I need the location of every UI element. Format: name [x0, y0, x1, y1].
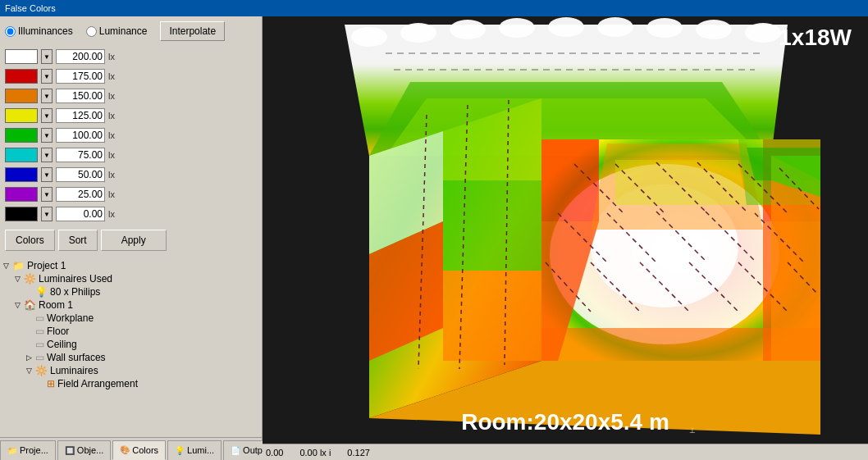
color-dropdown-8[interactable]: ▼: [41, 207, 53, 221]
svg-point-3: [351, 27, 387, 47]
color-dropdown-7[interactable]: ▼: [41, 187, 53, 202]
expand-luminaires2[interactable]: ▽: [26, 367, 34, 375]
tree-label-walls: Wall surfaces: [47, 352, 106, 363]
color-swatch-6[interactable]: [5, 167, 38, 182]
bottom-tabs: 📁 Proje... 🔲 Obje... 🎨 Colors 💡 Lumi... …: [0, 437, 262, 460]
tree-label-luminaires-used: Luminaires Used: [39, 273, 112, 285]
color-value-8[interactable]: [56, 207, 105, 221]
luminance-label: Luminance: [99, 25, 148, 37]
tree-item-floor[interactable]: ▭ Floor: [26, 325, 258, 338]
status-val-2: 0.00 lx i: [299, 448, 331, 458]
radio-group: Illuminances Luminance Interpolate: [5, 21, 257, 41]
luminaires2-icon: 🔆: [35, 365, 48, 376]
tree-item-luminaires2[interactable]: ▽ 🔆 Luminaires: [26, 364, 258, 377]
illuminances-radio[interactable]: Illuminances: [5, 25, 73, 37]
color-row-2: ▼ lx: [5, 87, 257, 105]
expand-room[interactable]: ▽: [15, 301, 23, 309]
lx-label-1: lx: [108, 71, 115, 81]
walls-icon: ▭: [35, 352, 44, 363]
color-dropdown-1[interactable]: ▼: [41, 69, 53, 84]
tree-item-philips[interactable]: 💡 80 x Philips: [26, 285, 258, 298]
folder-icon: 📁: [12, 260, 25, 271]
color-dropdown-3[interactable]: ▼: [41, 108, 53, 123]
svg-point-10: [696, 20, 732, 39]
lx-label-7: lx: [108, 189, 115, 199]
tree-item-workplane[interactable]: ▭ Workplane: [26, 312, 258, 325]
svg-point-9: [646, 18, 683, 38]
color-value-4[interactable]: [56, 128, 105, 143]
color-value-2[interactable]: [56, 89, 105, 103]
tree-panel: ▽ 📁 Project 1 ▽ 🔆 Luminaires Used 💡 80 x…: [0, 256, 262, 437]
color-swatch-5[interactable]: [5, 148, 38, 162]
tab-colors-label: Colors: [132, 445, 158, 455]
tab-object-label: Obje...: [77, 445, 103, 455]
color-swatch-8[interactable]: [5, 207, 38, 221]
false-colors-panel: Illuminances Luminance Interpolate ▼ lx: [0, 16, 262, 256]
color-dropdown-0[interactable]: ▼: [41, 49, 53, 64]
color-value-6[interactable]: [56, 167, 105, 182]
tree-label-floor: Floor: [47, 326, 69, 337]
luminaires-used-icon: 🔆: [24, 273, 36, 285]
svg-text:⊥: ⊥: [689, 426, 696, 435]
color-swatch-1[interactable]: [5, 69, 38, 84]
tree-item-field[interactable]: ⊞ Field Arrangement: [38, 377, 258, 390]
colors-tab-icon: 🎨: [120, 445, 130, 454]
color-dropdown-5[interactable]: ▼: [41, 148, 53, 162]
lx-label-6: lx: [108, 170, 115, 180]
svg-point-6: [499, 18, 535, 38]
viz-title: 1x18W: [779, 25, 852, 51]
color-swatch-3[interactable]: [5, 108, 38, 123]
tree-label-philips: 80 x Philips: [50, 286, 100, 298]
svg-marker-19: [443, 271, 541, 361]
tree-item-room[interactable]: ▽ 🏠 Room 1: [15, 298, 258, 312]
sort-button[interactable]: Sort: [58, 230, 98, 251]
tab-project[interactable]: 📁 Proje...: [0, 440, 56, 460]
tree-item-ceiling[interactable]: ▭ Ceiling: [26, 338, 258, 351]
svg-point-11: [745, 23, 781, 43]
color-row-5: ▼ lx: [5, 146, 257, 164]
colors-button[interactable]: Colors: [5, 230, 55, 251]
color-dropdown-6[interactable]: ▼: [41, 167, 53, 182]
color-value-7[interactable]: [56, 187, 105, 202]
color-value-0[interactable]: [56, 49, 105, 64]
color-row-8: ▼ lx: [5, 205, 257, 223]
lx-label-0: lx: [108, 52, 115, 61]
color-swatch-2[interactable]: [5, 89, 38, 103]
tab-object[interactable]: 🔲 Obje...: [57, 440, 111, 460]
color-dropdown-2[interactable]: ▼: [41, 89, 53, 103]
action-buttons: Colors Sort Apply: [5, 230, 257, 251]
color-row-1: ▼ lx: [5, 67, 257, 85]
tree-item-project[interactable]: ▽ 📁 Project 1: [3, 259, 258, 272]
color-swatch-0[interactable]: [5, 49, 38, 64]
color-value-1[interactable]: [56, 69, 105, 84]
svg-point-5: [450, 20, 486, 39]
interpolate-button[interactable]: Interpolate: [160, 21, 225, 41]
expand-luminaires-used[interactable]: ▽: [15, 275, 23, 283]
luminance-radio[interactable]: Luminance: [86, 25, 148, 37]
tab-project-label: Proje...: [20, 445, 48, 455]
color-dropdown-4[interactable]: ▼: [41, 128, 53, 143]
apply-button[interactable]: Apply: [101, 230, 167, 251]
color-value-3[interactable]: [56, 108, 105, 123]
tree-label-room: Room 1: [39, 299, 73, 311]
project-tab-icon: 📁: [7, 446, 17, 455]
color-swatch-4[interactable]: [5, 128, 38, 143]
expand-project[interactable]: ▽: [3, 262, 11, 270]
lx-label-4: lx: [108, 130, 115, 140]
color-value-5[interactable]: [56, 148, 105, 162]
svg-marker-17: [443, 180, 541, 271]
floor-icon: ▭: [35, 326, 44, 337]
illuminances-label: Illuminances: [18, 25, 73, 37]
tab-colors[interactable]: 🎨 Colors: [112, 440, 166, 460]
tree-item-luminaires-used[interactable]: ▽ 🔆 Luminaires Used: [15, 272, 258, 285]
tab-lumi[interactable]: 💡 Lumi...: [167, 440, 222, 460]
lumi-tab-icon: 💡: [175, 446, 185, 455]
tree-label-project: Project 1: [27, 260, 66, 271]
expand-walls[interactable]: ▷: [26, 353, 34, 362]
workplane-icon: ▭: [35, 312, 44, 324]
tree-item-walls[interactable]: ▷ ▭ Wall surfaces: [26, 351, 258, 364]
color-swatch-7[interactable]: [5, 187, 38, 202]
title-label: False Colors: [5, 3, 56, 13]
status-val-1: 0.00: [266, 448, 283, 458]
right-panel: ⊥ 1x18W Room:20x20x5.4 m 0.00 0.00 lx i …: [263, 16, 868, 460]
